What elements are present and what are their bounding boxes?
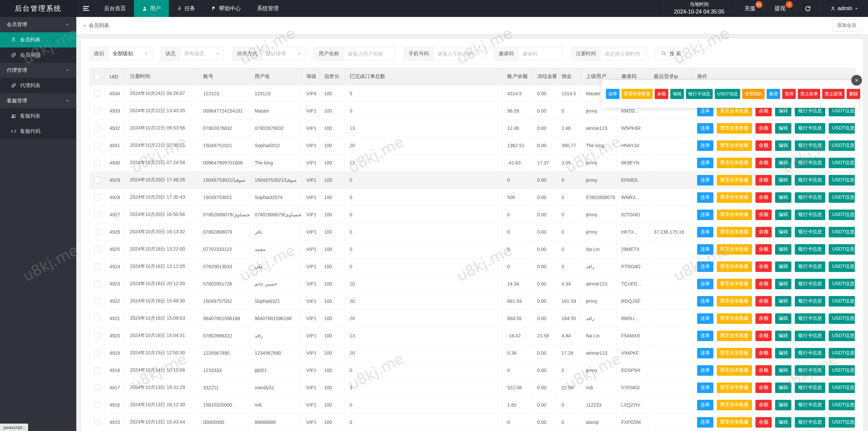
search-button[interactable]: 搜 索 — [655, 47, 687, 60]
action-button[interactable]: 余额 — [755, 210, 772, 220]
action-button[interactable]: 连单 — [697, 365, 713, 376]
sidebar-item-member-levels[interactable]: 会员等级 — [0, 47, 76, 63]
action-button[interactable]: USDT信息 — [829, 210, 855, 220]
action-button[interactable]: 重置抢单数量 — [717, 365, 752, 376]
action-button[interactable]: 编辑 — [775, 383, 791, 393]
action-button[interactable]: USDT信息 — [829, 261, 855, 272]
action-button[interactable]: 银行卡信息 — [795, 210, 825, 220]
action-button[interactable]: 余额 — [755, 383, 772, 393]
action-button[interactable]: 余额 — [755, 313, 772, 324]
action-button[interactable]: 银行卡信息 — [795, 140, 825, 151]
sidebar-item-agent-list[interactable]: 代理列表 — [0, 78, 76, 93]
action-button[interactable]: USDT信息 — [829, 296, 855, 307]
row-checkbox[interactable] — [94, 350, 100, 356]
row-checkbox[interactable] — [94, 367, 100, 373]
action-button[interactable]: 重置抢单数量 — [717, 296, 752, 307]
action-button[interactable]: 禁止提现 — [822, 89, 845, 99]
action-button[interactable]: 编辑 — [670, 89, 684, 99]
row-checkbox[interactable] — [94, 142, 100, 149]
action-button[interactable]: 余额 — [755, 365, 772, 376]
row-checkbox[interactable] — [94, 246, 100, 252]
action-button[interactable]: 账变 — [767, 89, 780, 99]
row-checkbox[interactable] — [94, 125, 100, 131]
action-button[interactable]: 连单 — [697, 175, 713, 185]
action-button[interactable]: USDT信息 — [829, 331, 855, 341]
action-button[interactable]: 银行卡信息 — [795, 261, 825, 272]
nav-item-help-center[interactable]: 帮助中心 — [203, 0, 249, 17]
action-button[interactable]: 余额 — [755, 123, 772, 134]
action-button[interactable]: USDT信息 — [829, 192, 855, 203]
action-button[interactable]: 重置抢单数量 — [717, 383, 752, 393]
username-input[interactable] — [343, 47, 395, 60]
sidebar-group-member-management[interactable]: 会员管理 — [0, 17, 76, 32]
row-checkbox[interactable] — [94, 315, 100, 321]
action-button[interactable]: 重置抢单数量 — [717, 400, 752, 410]
action-button[interactable]: 余额 — [755, 244, 772, 255]
row-checkbox[interactable] — [94, 333, 100, 339]
action-button[interactable]: USDT信息 — [715, 89, 740, 99]
row-checkbox[interactable] — [94, 263, 100, 270]
action-button[interactable]: 余额 — [755, 417, 772, 428]
action-button[interactable]: 余额 — [755, 140, 772, 151]
action-button[interactable]: 余额 — [755, 192, 772, 203]
action-button[interactable]: 查看团队 — [742, 89, 765, 99]
action-button[interactable]: 银行卡信息 — [795, 383, 825, 393]
action-button[interactable]: 银行卡信息 — [795, 192, 825, 203]
action-button[interactable]: 余额 — [755, 331, 772, 341]
action-button[interactable]: 编辑 — [775, 279, 791, 289]
action-button[interactable]: USDT信息 — [829, 227, 855, 237]
action-button[interactable]: 重置抢单数量 — [717, 261, 752, 272]
action-button[interactable]: 余额 — [755, 261, 772, 272]
action-button[interactable]: USDT信息 — [829, 175, 855, 185]
action-button[interactable]: 银行卡信息 — [795, 313, 825, 324]
action-button[interactable]: 连单 — [697, 348, 713, 358]
action-button[interactable]: 连单 — [697, 210, 713, 220]
action-button[interactable]: 编辑 — [775, 175, 791, 185]
action-button[interactable]: USDT信息 — [829, 140, 855, 151]
action-button[interactable]: 银行卡信息 — [795, 123, 825, 134]
row-checkbox[interactable] — [94, 212, 100, 218]
action-button[interactable]: 连单 — [697, 296, 713, 307]
action-button[interactable]: USDT信息 — [829, 123, 855, 134]
action-button[interactable]: 余额 — [755, 158, 772, 168]
action-button[interactable]: USDT信息 — [829, 417, 855, 428]
action-button[interactable]: 重置抢单数量 — [717, 227, 752, 237]
action-button[interactable]: 重置抢单数量 — [717, 210, 752, 220]
action-button[interactable]: 重置抢单数量 — [717, 348, 752, 358]
row-checkbox[interactable] — [94, 160, 100, 166]
action-button[interactable]: 编辑 — [775, 331, 791, 341]
action-button[interactable]: 余额 — [755, 279, 772, 289]
status-select[interactable]: 所有状态 ▼ — [180, 47, 223, 60]
action-button[interactable]: 删除 — [847, 89, 860, 99]
sidebar-group-agent-management[interactable]: 代理管理 — [0, 63, 76, 78]
register-time-input[interactable] — [600, 47, 646, 60]
row-checkbox[interactable] — [94, 229, 100, 235]
row-checkbox[interactable] — [94, 298, 100, 304]
withdraw-button[interactable]: 提现 4 — [765, 0, 795, 17]
action-button[interactable]: 重置抢单数量 — [717, 279, 752, 289]
action-button[interactable]: 银行卡信息 — [795, 279, 825, 289]
select-all-checkbox[interactable] — [94, 74, 100, 80]
action-button[interactable]: 重置抢单数量 — [717, 192, 752, 203]
action-button[interactable]: USDT信息 — [829, 158, 855, 168]
action-button[interactable]: 重置抢单数量 — [717, 417, 752, 428]
sidebar-group-support-management[interactable]: 客服管理 — [0, 93, 76, 109]
action-button[interactable]: 连单 — [697, 261, 713, 272]
action-button[interactable]: 编辑 — [775, 417, 791, 428]
nav-item-home[interactable]: 后台首页 — [96, 0, 134, 17]
action-button[interactable]: 余额 — [755, 227, 772, 237]
action-button[interactable]: 连单 — [697, 244, 713, 255]
action-button[interactable]: 连单 — [697, 123, 713, 134]
action-button[interactable]: 编辑 — [775, 140, 791, 151]
action-button[interactable]: 银行卡信息 — [795, 331, 825, 341]
refresh-button[interactable] — [795, 0, 821, 17]
action-button[interactable]: 编辑 — [775, 192, 791, 203]
action-button[interactable]: USDT信息 — [829, 348, 855, 358]
row-checkbox[interactable] — [94, 91, 100, 97]
sidebar-item-support-code[interactable]: 客服代码 — [0, 124, 76, 139]
row-checkbox[interactable] — [94, 385, 100, 391]
action-button[interactable]: 余额 — [755, 400, 772, 410]
row-checkbox[interactable] — [94, 177, 100, 183]
action-button[interactable]: 连单 — [697, 158, 713, 168]
action-button[interactable]: 编辑 — [775, 261, 791, 272]
